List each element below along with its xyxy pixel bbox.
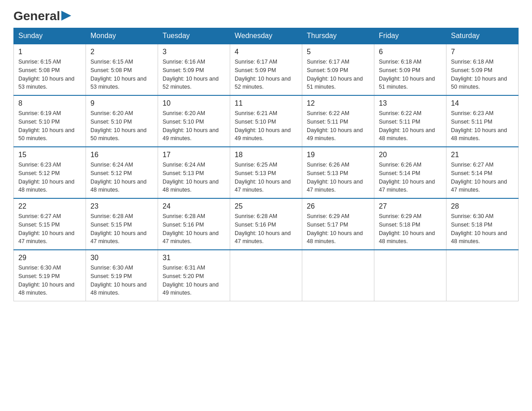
day-number: 2 <box>90 48 153 56</box>
day-number: 20 <box>379 151 442 159</box>
calendar-day-cell: 10 Sunrise: 6:20 AM Sunset: 5:10 PM Dayl… <box>158 95 230 147</box>
day-number: 27 <box>379 202 442 210</box>
day-info: Sunrise: 6:24 AM Sunset: 5:13 PM Dayligh… <box>163 161 225 194</box>
day-info: Sunrise: 6:17 AM Sunset: 5:09 PM Dayligh… <box>307 58 369 91</box>
day-info: Sunrise: 6:20 AM Sunset: 5:10 PM Dayligh… <box>163 109 225 143</box>
calendar-day-cell: 2 Sunrise: 6:15 AM Sunset: 5:08 PM Dayli… <box>86 44 158 95</box>
day-number: 14 <box>451 99 514 107</box>
calendar-header-monday: Monday <box>86 28 158 44</box>
calendar-day-cell: 25 Sunrise: 6:28 AM Sunset: 5:16 PM Dayl… <box>230 198 302 250</box>
day-info: Sunrise: 6:22 AM Sunset: 5:11 PM Dayligh… <box>379 109 442 143</box>
day-info: Sunrise: 6:20 AM Sunset: 5:10 PM Dayligh… <box>90 109 153 143</box>
day-number: 31 <box>163 254 225 262</box>
day-info: Sunrise: 6:29 AM Sunset: 5:17 PM Dayligh… <box>307 212 369 246</box>
calendar-day-cell <box>446 250 519 301</box>
day-info: Sunrise: 6:30 AM Sunset: 5:19 PM Dayligh… <box>18 264 81 297</box>
day-info: Sunrise: 6:24 AM Sunset: 5:12 PM Dayligh… <box>90 161 153 194</box>
day-info: Sunrise: 6:15 AM Sunset: 5:08 PM Dayligh… <box>18 58 81 91</box>
calendar-day-cell: 16 Sunrise: 6:24 AM Sunset: 5:12 PM Dayl… <box>86 147 158 198</box>
calendar-header-friday: Friday <box>374 28 446 44</box>
day-info: Sunrise: 6:28 AM Sunset: 5:16 PM Dayligh… <box>235 212 297 246</box>
day-number: 21 <box>451 151 514 159</box>
day-info: Sunrise: 6:28 AM Sunset: 5:15 PM Dayligh… <box>90 212 153 246</box>
day-number: 18 <box>235 151 297 159</box>
day-number: 24 <box>163 202 225 210</box>
calendar-day-cell: 13 Sunrise: 6:22 AM Sunset: 5:11 PM Dayl… <box>374 95 446 147</box>
day-number: 17 <box>163 151 225 159</box>
calendar-day-cell: 14 Sunrise: 6:23 AM Sunset: 5:11 PM Dayl… <box>446 95 519 147</box>
day-number: 3 <box>163 48 225 56</box>
calendar-day-cell: 17 Sunrise: 6:24 AM Sunset: 5:13 PM Dayl… <box>158 147 230 198</box>
day-number: 22 <box>18 202 81 210</box>
day-number: 9 <box>90 99 153 107</box>
day-number: 25 <box>235 202 297 210</box>
day-info: Sunrise: 6:27 AM Sunset: 5:15 PM Dayligh… <box>18 212 81 246</box>
day-info: Sunrise: 6:30 AM Sunset: 5:18 PM Dayligh… <box>451 212 514 246</box>
calendar-week-row: 22 Sunrise: 6:27 AM Sunset: 5:15 PM Dayl… <box>14 198 519 250</box>
calendar-day-cell: 9 Sunrise: 6:20 AM Sunset: 5:10 PM Dayli… <box>86 95 158 147</box>
day-info: Sunrise: 6:30 AM Sunset: 5:19 PM Dayligh… <box>90 264 153 297</box>
calendar-day-cell: 8 Sunrise: 6:19 AM Sunset: 5:10 PM Dayli… <box>14 95 86 147</box>
day-info: Sunrise: 6:26 AM Sunset: 5:14 PM Dayligh… <box>379 161 442 194</box>
calendar-week-row: 1 Sunrise: 6:15 AM Sunset: 5:08 PM Dayli… <box>14 44 519 95</box>
day-number: 8 <box>18 99 81 107</box>
calendar-day-cell <box>374 250 446 301</box>
calendar-day-cell: 24 Sunrise: 6:28 AM Sunset: 5:16 PM Dayl… <box>158 198 230 250</box>
logo: General <box>13 9 71 23</box>
day-number: 10 <box>163 99 225 107</box>
day-number: 16 <box>90 151 153 159</box>
day-info: Sunrise: 6:23 AM Sunset: 5:12 PM Dayligh… <box>18 161 81 194</box>
calendar-day-cell: 3 Sunrise: 6:16 AM Sunset: 5:09 PM Dayli… <box>158 44 230 95</box>
calendar-day-cell: 12 Sunrise: 6:22 AM Sunset: 5:11 PM Dayl… <box>302 95 374 147</box>
day-info: Sunrise: 6:31 AM Sunset: 5:20 PM Dayligh… <box>163 264 225 297</box>
day-info: Sunrise: 6:16 AM Sunset: 5:09 PM Dayligh… <box>163 58 225 91</box>
calendar-week-row: 8 Sunrise: 6:19 AM Sunset: 5:10 PM Dayli… <box>14 95 519 147</box>
calendar-header-thursday: Thursday <box>302 28 374 44</box>
calendar-day-cell: 28 Sunrise: 6:30 AM Sunset: 5:18 PM Dayl… <box>446 198 519 250</box>
calendar-day-cell: 30 Sunrise: 6:30 AM Sunset: 5:19 PM Dayl… <box>86 250 158 301</box>
day-number: 1 <box>18 48 81 56</box>
calendar-table: SundayMondayTuesdayWednesdayThursdayFrid… <box>13 28 519 301</box>
calendar-day-cell: 5 Sunrise: 6:17 AM Sunset: 5:09 PM Dayli… <box>302 44 374 95</box>
calendar-week-row: 15 Sunrise: 6:23 AM Sunset: 5:12 PM Dayl… <box>14 147 519 198</box>
day-number: 11 <box>235 99 297 107</box>
logo-triangle-icon <box>61 11 71 21</box>
day-info: Sunrise: 6:28 AM Sunset: 5:16 PM Dayligh… <box>163 212 225 246</box>
calendar-header-saturday: Saturday <box>446 28 519 44</box>
calendar-header-sunday: Sunday <box>14 28 86 44</box>
calendar-day-cell: 27 Sunrise: 6:29 AM Sunset: 5:18 PM Dayl… <box>374 198 446 250</box>
day-info: Sunrise: 6:25 AM Sunset: 5:13 PM Dayligh… <box>235 161 297 194</box>
day-number: 29 <box>18 254 81 262</box>
day-info: Sunrise: 6:27 AM Sunset: 5:14 PM Dayligh… <box>451 161 514 194</box>
day-info: Sunrise: 6:29 AM Sunset: 5:18 PM Dayligh… <box>379 212 442 246</box>
day-number: 7 <box>451 48 514 56</box>
day-number: 23 <box>90 202 153 210</box>
logo-general-text: General <box>13 9 60 23</box>
day-info: Sunrise: 6:22 AM Sunset: 5:11 PM Dayligh… <box>307 109 369 143</box>
calendar-day-cell: 26 Sunrise: 6:29 AM Sunset: 5:17 PM Dayl… <box>302 198 374 250</box>
day-info: Sunrise: 6:17 AM Sunset: 5:09 PM Dayligh… <box>235 58 297 91</box>
day-info: Sunrise: 6:19 AM Sunset: 5:10 PM Dayligh… <box>18 109 81 143</box>
calendar-day-cell <box>230 250 302 301</box>
day-number: 30 <box>90 254 153 262</box>
calendar-day-cell: 29 Sunrise: 6:30 AM Sunset: 5:19 PM Dayl… <box>14 250 86 301</box>
svg-marker-0 <box>61 11 71 21</box>
day-number: 15 <box>18 151 81 159</box>
calendar-day-cell <box>302 250 374 301</box>
page-header: General <box>13 9 519 23</box>
calendar-day-cell: 22 Sunrise: 6:27 AM Sunset: 5:15 PM Dayl… <box>14 198 86 250</box>
day-number: 4 <box>235 48 297 56</box>
day-number: 5 <box>307 48 369 56</box>
calendar-day-cell: 20 Sunrise: 6:26 AM Sunset: 5:14 PM Dayl… <box>374 147 446 198</box>
calendar-day-cell: 7 Sunrise: 6:18 AM Sunset: 5:09 PM Dayli… <box>446 44 519 95</box>
day-number: 28 <box>451 202 514 210</box>
calendar-day-cell: 4 Sunrise: 6:17 AM Sunset: 5:09 PM Dayli… <box>230 44 302 95</box>
day-info: Sunrise: 6:18 AM Sunset: 5:09 PM Dayligh… <box>451 58 514 91</box>
calendar-day-cell: 15 Sunrise: 6:23 AM Sunset: 5:12 PM Dayl… <box>14 147 86 198</box>
calendar-day-cell: 21 Sunrise: 6:27 AM Sunset: 5:14 PM Dayl… <box>446 147 519 198</box>
day-info: Sunrise: 6:18 AM Sunset: 5:09 PM Dayligh… <box>379 58 442 91</box>
calendar-header-tuesday: Tuesday <box>158 28 230 44</box>
calendar-day-cell: 6 Sunrise: 6:18 AM Sunset: 5:09 PM Dayli… <box>374 44 446 95</box>
day-number: 13 <box>379 99 442 107</box>
calendar-day-cell: 1 Sunrise: 6:15 AM Sunset: 5:08 PM Dayli… <box>14 44 86 95</box>
